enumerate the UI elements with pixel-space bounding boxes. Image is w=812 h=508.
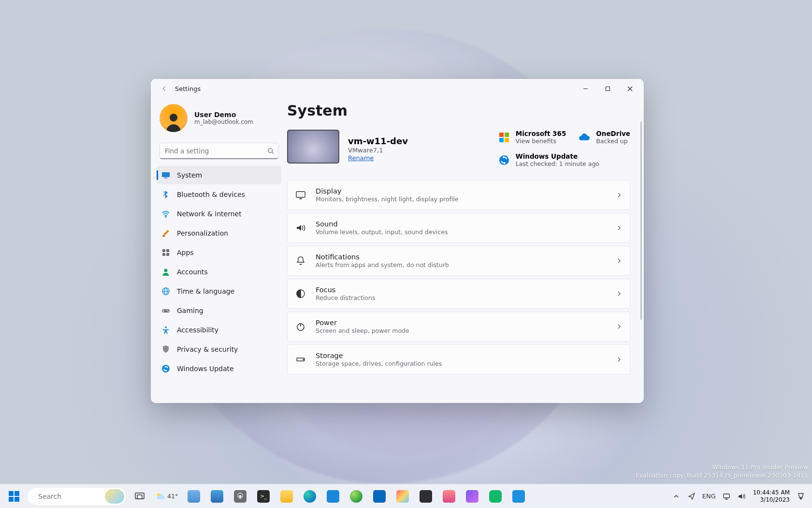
minimize-button[interactable]: [574, 81, 596, 96]
card-title: Storage: [316, 352, 607, 359]
microsoft-365-tile[interactable]: Microsoft 365 View benefits: [498, 130, 566, 145]
taskbar-app-vscode[interactable]: [369, 486, 390, 507]
onedrive-title: OneDrive: [596, 130, 630, 137]
settings-window: Settings User Demo m_lab@outlook.com: [151, 79, 644, 403]
svg-rect-8: [164, 178, 167, 179]
card-notifications[interactable]: NotificationsAlerts from apps and system…: [287, 246, 630, 276]
tray-network[interactable]: [719, 488, 734, 505]
weather-widget[interactable]: 41°: [153, 492, 181, 501]
taskbar-app-paint[interactable]: [392, 486, 413, 507]
system-hero: vm-w11-dev VMware7,1 Rename Microsoft 36…: [287, 130, 630, 167]
windows-logo-icon: [9, 491, 19, 502]
maximize-button[interactable]: [596, 81, 619, 96]
monitor-icon: [161, 171, 170, 179]
task-view-button[interactable]: [130, 486, 150, 507]
brush-icon: [161, 229, 170, 238]
onedrive-icon: [579, 132, 590, 143]
desktop-watermark: Windows 11 Pro Insider Preview Evaluatio…: [636, 463, 808, 480]
svg-rect-11: [162, 249, 165, 252]
scrollbar[interactable]: [640, 121, 642, 320]
sidebar-item-time-language[interactable]: Time & language: [157, 282, 281, 300]
rename-link[interactable]: Rename: [348, 154, 408, 162]
taskbar-app-notepad[interactable]: [184, 486, 204, 507]
tray-volume[interactable]: [735, 488, 749, 505]
taskbar-app-photos[interactable]: [207, 486, 227, 507]
tray-language[interactable]: ENG: [700, 488, 718, 505]
svg-rect-38: [14, 491, 19, 496]
language-label: ENG: [702, 493, 716, 500]
tray-notifications[interactable]: [794, 488, 808, 505]
taskbar-app-store[interactable]: [323, 486, 343, 507]
svg-point-4: [170, 114, 177, 121]
search-highlight-icon: [105, 489, 124, 504]
svg-rect-24: [499, 133, 504, 137]
start-button[interactable]: [4, 486, 24, 507]
svg-point-41: [33, 496, 34, 496]
card-title: Notifications: [316, 253, 607, 261]
search-input[interactable]: [160, 143, 278, 158]
settings-search[interactable]: [160, 143, 278, 159]
taskbar-app-snip[interactable]: [439, 486, 459, 507]
card-display[interactable]: DisplayMonitors, brightness, night light…: [287, 180, 630, 210]
sidebar-item-gaming[interactable]: Gaming: [157, 301, 281, 320]
avatar: [160, 104, 188, 132]
svg-rect-37: [9, 491, 14, 496]
svg-line-6: [272, 152, 274, 154]
profile-block[interactable]: User Demo m_lab@outlook.com: [157, 100, 281, 141]
taskbar-app-calculator[interactable]: [416, 486, 436, 507]
chevron-right-icon: [616, 357, 622, 362]
tray-overflow[interactable]: [669, 488, 683, 505]
pc-thumbnail[interactable]: [287, 130, 339, 164]
sidebar-item-apps[interactable]: Apps: [157, 243, 281, 262]
taskbar-app-edge-can[interactable]: [346, 486, 366, 507]
svg-rect-39: [9, 497, 14, 502]
chevron-up-icon: [673, 493, 679, 499]
svg-rect-40: [14, 497, 19, 502]
sidebar-item-label: Apps: [177, 249, 194, 256]
svg-rect-47: [724, 494, 729, 498]
svg-point-22: [165, 327, 167, 329]
sidebar-item-bluetooth-devices[interactable]: Bluetooth & devices: [157, 185, 281, 204]
taskbar-clock[interactable]: 10:44:45 AM 3/10/2023: [750, 489, 793, 503]
card-power[interactable]: PowerScreen and sleep, power mode: [287, 312, 630, 342]
taskbar-app-media[interactable]: [462, 486, 482, 507]
card-subtitle: Monitors, brightness, night light, displ…: [316, 195, 607, 203]
card-title: Sound: [316, 220, 607, 228]
taskbar-app-explorer[interactable]: [276, 486, 297, 507]
card-subtitle: Alerts from apps and system, do not dist…: [316, 261, 607, 269]
sidebar-item-privacy-security[interactable]: Privacy & security: [157, 340, 281, 359]
sidebar-item-label: Accessibility: [177, 326, 218, 334]
card-sound[interactable]: SoundVolume levels, output, input, sound…: [287, 213, 630, 243]
close-button[interactable]: [619, 81, 641, 96]
watermark-line1: Windows 11 Pro Insider Preview: [636, 463, 808, 472]
tray-location[interactable]: [684, 488, 699, 505]
sidebar-item-system[interactable]: System: [157, 166, 281, 184]
display-icon: [295, 190, 306, 200]
svg-point-21: [168, 311, 169, 312]
sidebar-item-personalization[interactable]: Personalization: [157, 224, 281, 242]
sidebar-item-windows-update[interactable]: Windows Update: [157, 359, 281, 378]
sidebar-item-label: Accounts: [177, 268, 208, 276]
windows-update-tile[interactable]: Windows Update Last checked: 1 minute ag…: [498, 152, 630, 167]
sidebar-item-network-internet[interactable]: Network & internet: [157, 205, 281, 223]
onedrive-tile[interactable]: OneDrive Backed up: [579, 130, 630, 145]
taskbar-app-family[interactable]: [485, 486, 506, 507]
svg-rect-44: [137, 495, 142, 499]
volume-icon: [738, 493, 746, 500]
sidebar-item-accessibility[interactable]: Accessibility: [157, 321, 281, 339]
sidebar-item-label: Time & language: [177, 287, 234, 295]
taskbar: 41° >_ ENG 10:44:45 AM 3/10/2023: [0, 484, 812, 508]
taskbar-app-terminal[interactable]: >_: [253, 486, 274, 507]
card-title: Power: [316, 319, 607, 327]
back-button[interactable]: [157, 81, 172, 96]
taskbar-app-edge[interactable]: [300, 486, 320, 507]
windows-update-icon: [498, 154, 510, 166]
sidebar: User Demo m_lab@outlook.com SystemBlueto…: [151, 98, 287, 403]
card-title: Display: [316, 187, 607, 195]
taskbar-app-mail[interactable]: [508, 486, 529, 507]
card-focus[interactable]: FocusReduce distractions: [287, 279, 630, 309]
sidebar-item-accounts[interactable]: Accounts: [157, 263, 281, 281]
taskbar-search[interactable]: [27, 487, 127, 506]
taskbar-app-settings[interactable]: [230, 486, 250, 507]
card-storage[interactable]: StorageStorage space, drives, configurat…: [287, 344, 630, 374]
